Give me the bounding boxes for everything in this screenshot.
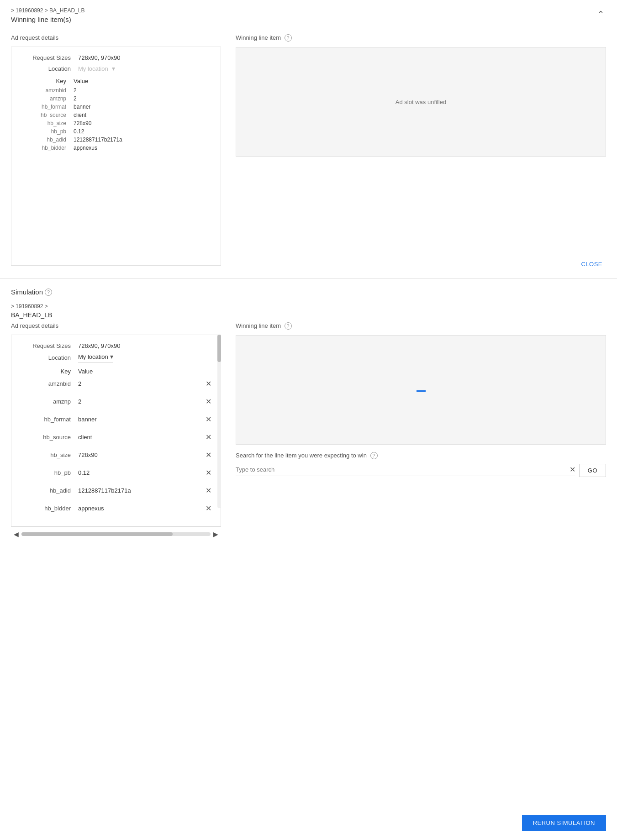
left-col: Ad request details Request Sizes 728x90,… — [11, 34, 221, 266]
horizontal-scrollbar-row: ◀ ▶ — [11, 526, 221, 541]
kv-key: hb_bidder — [19, 145, 74, 151]
sim-location-dropdown-arrow: ▾ — [110, 353, 113, 360]
sim-kv-row: amznp 2 ✕ — [19, 395, 213, 408]
top-section: > 191960892 > BA_HEAD_LB Winning line it… — [0, 0, 617, 279]
kv-rows: amznbid 2 amznp 2 hb_format banner hb_so… — [19, 87, 213, 151]
kv-key: hb_size — [19, 120, 74, 126]
sim-breadcrumb-part1: > 191960892 > — [11, 303, 48, 310]
sim-kv-value: 2 — [78, 398, 204, 405]
close-row: CLOSE — [11, 266, 606, 278]
kv-row: hb_adid 1212887117b2171a — [19, 136, 213, 143]
kv-value: 728x90 — [74, 120, 91, 126]
sim-inner: Request Sizes 728x90, 970x90 Location My… — [19, 342, 213, 514]
vertical-scrollbar-thumb[interactable] — [217, 335, 221, 362]
kv-row: hb_bidder appnexus — [19, 145, 213, 151]
breadcrumb: > 191960892 > BA_HEAD_LB — [11, 7, 84, 14]
location-label: Location — [19, 65, 78, 72]
ad-unfilled-text: Ad slot was unfilled — [396, 99, 446, 105]
sim-kv-key: hb_size — [19, 452, 78, 458]
sim-kv-delete-icon[interactable]: ✕ — [204, 431, 213, 443]
sim-value-header: Value — [78, 368, 93, 375]
sim-kv-value: banner — [78, 416, 204, 423]
sim-kv-key: hb_format — [19, 416, 78, 423]
sim-kv-value: 2 — [78, 380, 204, 387]
kv-row: hb_size 728x90 — [19, 120, 213, 126]
sim-location-label: Location — [19, 354, 78, 361]
go-button[interactable]: GO — [579, 464, 606, 477]
sim-ad-request-container: Request Sizes 728x90, 970x90 Location My… — [11, 335, 221, 526]
kv-key: hb_pb — [19, 128, 74, 135]
location-row: Location My location ▾ — [19, 65, 213, 72]
sim-ad-request-box[interactable]: Request Sizes 728x90, 970x90 Location My… — [11, 335, 221, 526]
kv-row: amznbid 2 — [19, 87, 213, 94]
simulation-help-icon[interactable]: ? — [45, 289, 52, 296]
collapse-icon[interactable]: ⌃ — [596, 7, 606, 21]
sim-title-row: Simulation ? — [11, 288, 606, 296]
sim-winning-help-icon[interactable]: ? — [285, 322, 292, 330]
sim-kv-delete-icon[interactable]: ✕ — [204, 484, 213, 497]
request-sizes-row: Request Sizes 728x90, 970x90 — [19, 54, 213, 61]
request-sizes-label: Request Sizes — [19, 54, 78, 61]
sim-kv-rows: amznbid 2 ✕ amznp 2 ✕ hb_format banner ✕… — [19, 378, 213, 514]
sim-kv-key: hb_source — [19, 434, 78, 441]
search-label: Search for the line item you were expect… — [236, 452, 606, 459]
sim-kv-key: hb_pb — [19, 469, 78, 476]
kv-table: Key Value amznbid 2 amznp 2 hb_format ba… — [19, 78, 213, 151]
search-row: ✕ GO — [236, 464, 606, 477]
loading-indicator — [417, 390, 426, 392]
ad-request-label: Ad request details — [11, 34, 221, 41]
sim-right-col: Winning line item ? Search for the line … — [236, 322, 606, 477]
horizontal-scrollbar-track[interactable] — [21, 532, 211, 536]
sim-kv-delete-icon[interactable]: ✕ — [204, 378, 213, 390]
sim-ad-preview-box — [236, 335, 606, 445]
kv-value: 2 — [74, 87, 77, 94]
kv-value: 0.12 — [74, 128, 84, 135]
search-input[interactable] — [236, 466, 570, 473]
kv-key: amznbid — [19, 87, 74, 94]
section-title: Winning line item(s) — [11, 16, 84, 23]
sim-kv-value: 1212887117b2171a — [78, 487, 204, 494]
kv-value: banner — [74, 104, 90, 110]
sim-kv-row: amznbid 2 ✕ — [19, 378, 213, 390]
sim-key-header: Key — [19, 368, 78, 375]
sim-kv-delete-icon[interactable]: ✕ — [204, 467, 213, 479]
kv-value: 1212887117b2171a — [74, 136, 122, 143]
sim-location-select[interactable]: My location ▾ — [78, 353, 113, 362]
scroll-left-arrow[interactable]: ◀ — [11, 529, 21, 540]
sim-breadcrumb-part2: BA_HEAD_LB — [11, 311, 606, 319]
sim-kv-delete-icon[interactable]: ✕ — [204, 449, 213, 461]
search-help-icon[interactable]: ? — [370, 452, 378, 459]
sim-kv-delete-icon[interactable]: ✕ — [204, 502, 213, 514]
sim-kv-key: hb_adid — [19, 487, 78, 494]
winning-line-item-help-icon[interactable]: ? — [285, 34, 292, 42]
sim-kv-value: client — [78, 434, 204, 441]
kv-value: appnexus — [74, 145, 97, 151]
sim-kv-key: amznp — [19, 398, 78, 405]
kv-header: Key Value — [19, 78, 213, 84]
sim-kv-table: Key Value amznbid 2 ✕ amznp 2 ✕ hb_forma… — [19, 368, 213, 514]
location-dropdown-arrow: ▾ — [112, 65, 115, 72]
kv-key: hb_format — [19, 104, 74, 110]
search-input-wrap: ✕ — [236, 465, 575, 476]
location-select[interactable]: My location ▾ — [78, 65, 115, 72]
sim-kv-row: hb_format banner ✕ — [19, 413, 213, 425]
horizontal-scrollbar-thumb[interactable] — [21, 532, 173, 536]
ad-preview-box: Ad slot was unfilled — [236, 47, 606, 157]
close-button[interactable]: CLOSE — [577, 257, 606, 271]
ad-request-box: Request Sizes 728x90, 970x90 Location My… — [11, 47, 221, 266]
right-col: Winning line item ? Ad slot was unfilled — [236, 34, 606, 266]
sim-kv-key: hb_bidder — [19, 505, 78, 512]
simulation-title: Simulation — [11, 288, 43, 296]
sim-kv-delete-icon[interactable]: ✕ — [204, 395, 213, 408]
sim-kv-row: hb_size 728x90 ✕ — [19, 449, 213, 461]
search-clear-icon[interactable]: ✕ — [570, 465, 575, 474]
value-header: Value — [74, 78, 88, 84]
kv-row: hb_format banner — [19, 104, 213, 110]
kv-row: amznp 2 — [19, 95, 213, 102]
vertical-scrollbar[interactable] — [217, 335, 221, 508]
sim-ad-request-label: Ad request details — [11, 322, 221, 329]
scroll-right-arrow[interactable]: ▶ — [211, 529, 221, 540]
sim-location-text: My location — [78, 353, 108, 360]
sim-kv-delete-icon[interactable]: ✕ — [204, 413, 213, 425]
search-section: Search for the line item you were expect… — [236, 452, 606, 477]
